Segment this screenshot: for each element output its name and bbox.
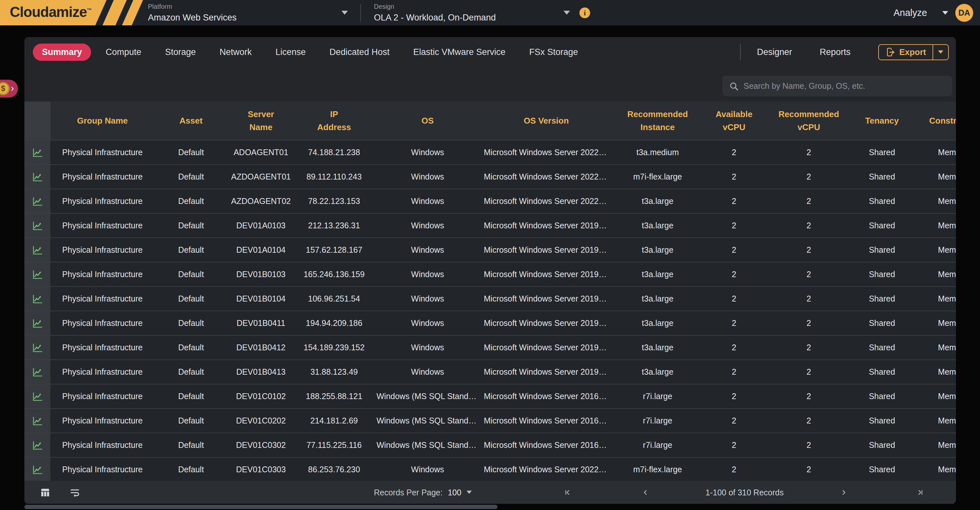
tab-compute[interactable]: Compute: [97, 44, 151, 61]
row-chart-button[interactable]: [24, 409, 50, 433]
table-row[interactable]: Physical Infrastructure Default DEV01B01…: [24, 286, 956, 311]
table-row[interactable]: Physical Infrastructure Default ADOAGENT…: [24, 140, 956, 164]
cost-flyout-tab[interactable]: $ ›: [0, 80, 18, 97]
cell-group-name: Physical Infrastructure: [50, 384, 154, 408]
table-row[interactable]: Physical Infrastructure Default DEV01C02…: [24, 408, 956, 433]
wrap-text-icon: [69, 487, 80, 498]
column-header-constraints[interactable]: Constraints: [910, 102, 956, 140]
column-header-os-version[interactable]: OS Version: [481, 102, 611, 140]
cell-recommended-vcpu: 2: [764, 214, 854, 237]
row-chart-button[interactable]: [24, 287, 50, 311]
chevron-right-icon: [839, 488, 849, 497]
row-chart-button[interactable]: [24, 336, 50, 359]
trademark-symbol: ™: [87, 7, 91, 13]
row-chart-button[interactable]: [24, 140, 50, 164]
row-chart-button[interactable]: [24, 165, 50, 189]
cell-recommended-instance: r7i.large: [611, 409, 704, 433]
row-chart-button[interactable]: [24, 457, 50, 481]
table-row[interactable]: Physical Infrastructure Default DEV01B01…: [24, 262, 956, 286]
export-dropdown-toggle[interactable]: [932, 45, 948, 59]
cell-tenancy: Shared: [854, 336, 910, 359]
cell-available-vcpu: 2: [704, 311, 764, 335]
vertical-divider: [740, 44, 741, 61]
cell-available-vcpu: 2: [704, 457, 764, 481]
table-row[interactable]: Physical Infrastructure Default DEV01C03…: [24, 457, 956, 481]
cell-constraints: Memory: [910, 457, 956, 481]
column-header-available-vcpu[interactable]: Available vCPU: [704, 102, 764, 140]
chevron-down-icon[interactable]: [563, 11, 570, 14]
cell-recommended-instance: r7i.large: [611, 384, 704, 408]
search-input[interactable]: [744, 81, 945, 91]
tab-license[interactable]: License: [266, 44, 315, 61]
tab-summary[interactable]: Summary: [33, 44, 91, 61]
cell-tenancy: Shared: [854, 287, 910, 311]
wrap-text-button[interactable]: [69, 487, 80, 498]
cell-constraints: Memory: [910, 433, 956, 457]
tab-network[interactable]: Network: [210, 44, 261, 61]
column-header-tenancy[interactable]: Tenancy: [854, 102, 910, 140]
platform-selector[interactable]: Platform Amazon Web Services: [148, 3, 237, 23]
row-chart-button[interactable]: [24, 360, 50, 384]
tab-storage[interactable]: Storage: [156, 44, 205, 61]
export-button-main[interactable]: Export: [879, 45, 932, 59]
cell-recommended-vcpu: 2: [764, 384, 854, 408]
cell-ip-address: 74.188.21.238: [294, 140, 374, 164]
cell-recommended-vcpu: 2: [764, 189, 854, 213]
column-header-group-name[interactable]: Group Name: [50, 102, 154, 140]
reports-link[interactable]: Reports: [820, 47, 851, 57]
table-row[interactable]: Physical Infrastructure Default DEV01C03…: [24, 433, 956, 457]
cell-os: Windows: [374, 238, 481, 262]
tab-dedicated-host[interactable]: Dedicated Host: [320, 44, 399, 61]
column-header-recommended-vcpu[interactable]: Recommended vCPU: [764, 102, 854, 140]
info-icon[interactable]: i: [579, 8, 590, 18]
row-chart-button[interactable]: [24, 384, 50, 408]
table-row[interactable]: Physical Infrastructure Default AZDOAGEN…: [24, 189, 956, 213]
cell-asset: Default: [154, 165, 228, 189]
line-chart-icon: [32, 147, 43, 158]
table-row[interactable]: Physical Infrastructure Default DEV01A01…: [24, 213, 956, 237]
cell-recommended-vcpu: 2: [764, 433, 854, 457]
designer-link[interactable]: Designer: [757, 47, 792, 57]
last-page-button[interactable]: [915, 488, 925, 497]
records-per-page-value[interactable]: 100: [448, 488, 461, 497]
cell-asset: Default: [154, 360, 228, 384]
table-row[interactable]: Physical Infrastructure Default DEV01B04…: [24, 359, 956, 384]
cell-asset: Default: [154, 214, 228, 237]
row-chart-button[interactable]: [24, 214, 50, 237]
horizontal-scrollbar-thumb[interactable]: [24, 505, 498, 509]
cell-recommended-vcpu: 2: [764, 409, 854, 433]
export-button[interactable]: Export: [878, 44, 949, 60]
chevron-down-icon[interactable]: [942, 11, 948, 14]
row-chart-button[interactable]: [24, 238, 50, 262]
table-row[interactable]: Physical Infrastructure Default DEV01B04…: [24, 311, 956, 335]
tab-fsx-storage[interactable]: FSx Storage: [520, 44, 587, 61]
row-chart-button[interactable]: [24, 263, 50, 286]
row-chart-button[interactable]: [24, 311, 50, 335]
search-box[interactable]: [722, 76, 952, 96]
tab-elastic-vmware-service[interactable]: Elastic VMware Service: [404, 44, 515, 61]
design-selector[interactable]: Design OLA 2 - Workload, On-Demand: [374, 3, 496, 23]
column-header-asset[interactable]: Asset: [154, 102, 228, 140]
cell-asset: Default: [154, 384, 228, 408]
chevron-down-icon[interactable]: [341, 11, 348, 14]
table-row[interactable]: Physical Infrastructure Default AZDOAGEN…: [24, 164, 956, 189]
cell-asset: Default: [154, 409, 228, 433]
analyze-menu[interactable]: Analyze: [894, 8, 927, 18]
table-row[interactable]: Physical Infrastructure Default DEV01C01…: [24, 384, 956, 408]
cell-constraints: Memory: [910, 263, 956, 286]
next-page-button[interactable]: [839, 488, 849, 497]
column-header-server-name[interactable]: Server Name: [228, 102, 294, 140]
row-chart-button[interactable]: [24, 189, 50, 213]
table-row[interactable]: Physical Infrastructure Default DEV01A01…: [24, 237, 956, 262]
column-header-ip-address[interactable]: IP Address: [294, 102, 374, 140]
records-per-page-label: Records Per Page:: [374, 488, 442, 497]
column-header-os[interactable]: OS: [374, 102, 481, 140]
first-page-button[interactable]: [563, 488, 572, 497]
user-avatar[interactable]: DA: [955, 4, 973, 22]
column-settings-button[interactable]: [40, 487, 51, 498]
row-chart-button[interactable]: [24, 433, 50, 457]
table-row[interactable]: Physical Infrastructure Default DEV01B04…: [24, 335, 956, 359]
column-header-recommended-instance[interactable]: Recommended Instance: [611, 102, 704, 140]
chevron-down-icon[interactable]: [466, 491, 472, 494]
cell-os: Windows (MS SQL Standard): [374, 433, 481, 457]
